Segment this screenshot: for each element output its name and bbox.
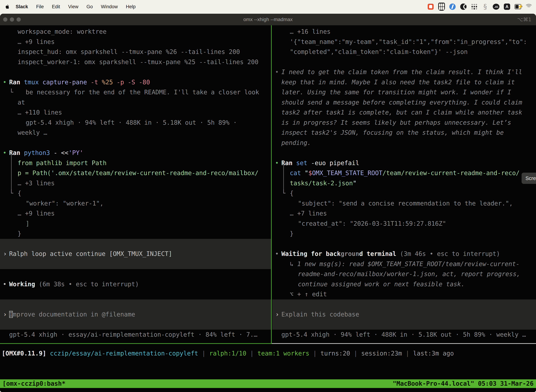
text-segment: -t [91, 79, 102, 86]
text-segment: ↳ [290, 261, 297, 267]
text-segment: " [305, 169, 308, 177]
blank-line [272, 239, 536, 249]
dots-grid-icon[interactable] [471, 3, 478, 10]
shield-grid-icon[interactable] [438, 3, 445, 10]
line-content: workspace_mode: worktree [0, 27, 107, 37]
line-content: … +16 lines [272, 27, 330, 37]
hook-icon[interactable]: § [482, 3, 488, 10]
text-segment: -euo pipefail [311, 159, 359, 167]
terminal-line: … +7 lines [272, 209, 536, 219]
tmux-pane-divider[interactable] [271, 25, 272, 344]
line-content: ↳ 1 new msg(s): read $OMX_TEAM_STATE_ROO… [272, 259, 519, 269]
menu-item-view[interactable]: View [64, 4, 82, 9]
prompt-input[interactable]: ›Ralph loop active continue [OMX_TMUX_IN… [0, 239, 271, 269]
letter-a-icon[interactable]: A [504, 3, 510, 10]
right-terminal-pane[interactable]: … +16 lines'{"team_name":"my-team","task… [272, 25, 536, 392]
window-title-bar[interactable]: omx --xhigh --madmax ⌥⌘1 [0, 14, 536, 25]
menu-item-edit[interactable]: Edit [48, 4, 64, 9]
blank-line [0, 67, 271, 77]
text-segment: '{"team_name":"my-team","task_id":"1","f… [290, 38, 527, 45]
menu-item-go[interactable]: Go [82, 4, 97, 9]
line-content: } [0, 229, 21, 239]
apple-menu-icon[interactable] [5, 4, 10, 10]
blank-line [272, 57, 536, 67]
close-button[interactable] [3, 17, 7, 22]
blue-bolt-icon[interactable] [449, 3, 456, 10]
text-segment: (6m 38s • esc to interrupt) [39, 281, 139, 288]
line-content: gpt-5.4 xhigh · essay/ai-reimplementatio… [0, 330, 258, 340]
text-segment: cczip/essay/ai-reimplementation-copyleft [50, 350, 198, 357]
prompt-input[interactable]: ›Improve documentation in @filename [0, 299, 271, 330]
text-segment: should send a message before completing … [281, 99, 522, 106]
text-segment: pending. [281, 139, 311, 146]
text-segment: from pathlib import Path [18, 159, 107, 167]
text-segment: inspect_hud: omx sparkshell --tmux-pane … [18, 48, 240, 55]
text-segment: OMX_TEAM_STATE_ROOT [312, 169, 382, 177]
text-segment: … +16 lines [290, 28, 330, 35]
dark-moon-icon[interactable] [460, 3, 467, 10]
terminal-line: '{"team_name":"my-team","task_id":"1","f… [272, 37, 536, 47]
text-segment: capture-pane [43, 79, 91, 86]
text-segment: { [18, 190, 21, 197]
menu-bar-left: Slack File Edit View Go Window Help [0, 4, 140, 10]
zoom-button[interactable] [17, 17, 21, 22]
menu-app-name[interactable]: Slack [12, 4, 32, 9]
minimize-button[interactable] [10, 17, 14, 22]
prompt-input[interactable]: ›Explain this codebase [272, 299, 536, 330]
line-content: ⌥ + ↑ edit [272, 289, 327, 299]
text-cursor: I [9, 311, 13, 318]
line-content: … +3 lines [0, 178, 55, 188]
terminal-line: from pathlib import Path [0, 158, 271, 168]
terminal-line: •Ran set -euo pipefail [272, 158, 536, 168]
line-content: should send a message before completing … [272, 98, 522, 108]
text-segment: $ [308, 169, 312, 177]
text-segment: Ran [9, 149, 24, 156]
text-segment: ] [26, 220, 29, 227]
wifi-icon[interactable] [526, 3, 532, 10]
terminal-window: omx --xhigh --madmax ⌥⌘1 workspace_mode:… [0, 14, 536, 392]
line-content: tasks/task-2.json" [272, 178, 356, 188]
tree-connector-icon: └ [10, 87, 13, 98]
text-segment: { [290, 190, 293, 197]
slack-status-icon[interactable] [427, 3, 434, 10]
terminal-line: cat "$OMX_TEAM_STATE_ROOT/team/review-cu… [272, 168, 536, 178]
battery-icon[interactable]: ⚡ [515, 3, 521, 10]
terminal-line: "completed","claim_token":"claim-token"}… [272, 47, 536, 57]
blank-line [0, 269, 271, 279]
terminal-line: "created_at": "2026-03-31T11:59:27.816Z" [272, 219, 536, 229]
line-content: Waiting for background terminal (3m 46s … [272, 249, 500, 259]
menu-item-help[interactable]: Help [122, 4, 140, 9]
terminal-line: ] [0, 219, 271, 229]
line-content: … +9 lines [0, 209, 55, 219]
terminal-line: └be necessary for the end of the README.… [0, 87, 271, 98]
terminal-line: ↳ 1 new msg(s): read $OMX_TEAM_STATE_ROO… [272, 259, 536, 269]
text-segment: I need to get the claim token from the c… [281, 69, 522, 75]
terminal-line: later. Using the same for transition mig… [272, 87, 536, 98]
tmux-session-label: [omx-cczip0:bash* [2, 379, 65, 389]
line-content: Ran python3 - <<'PY' [0, 148, 83, 158]
terminal-line: inspect_worker-1: omx sparkshell --tmux-… [0, 57, 271, 67]
left-pane-rows: workspace_mode: worktree… +9 linesinspec… [0, 25, 271, 340]
text-segment: set [296, 159, 311, 167]
badge-61-icon[interactable]: ..61 [493, 3, 499, 10]
terminal-line: … +9 lines [0, 37, 271, 47]
line-content: … +110 lines [0, 107, 62, 118]
line-content: at [0, 98, 25, 108]
line-content: be necessary for the end of the README. … [0, 87, 259, 98]
line-content: "created_at": "2026-03-31T11:59:27.816Z" [272, 219, 446, 229]
terminal-line: gpt-5.4 xhigh · 94% left · 488K in · 5.1… [272, 330, 536, 340]
text-segment: gpt-5.4 xhigh · 94% left · 488K in · 5.1… [26, 119, 237, 126]
text-segment: cat [290, 169, 305, 177]
text-segment: is in progress? It seems likely but perh… [281, 119, 511, 126]
line-content: continue assigned work or next feasible … [272, 279, 464, 289]
menu-item-window[interactable]: Window [97, 4, 122, 9]
line-content: inspect_hud: omx sparkshell --tmux-pane … [0, 47, 240, 57]
left-terminal-pane[interactable]: workspace_mode: worktree… +9 linesinspec… [0, 25, 271, 392]
text-segment: python3 [24, 149, 54, 156]
terminal-line: •Ran python3 - <<'PY' [0, 148, 271, 158]
menu-item-file[interactable]: File [32, 4, 48, 9]
text-segment: | [198, 350, 209, 357]
text-segment: "worker": "worker-1", [26, 200, 104, 207]
terminal-line: p = Path('.omx/state/team/review-current… [0, 168, 271, 178]
text-segment: } [18, 230, 21, 237]
